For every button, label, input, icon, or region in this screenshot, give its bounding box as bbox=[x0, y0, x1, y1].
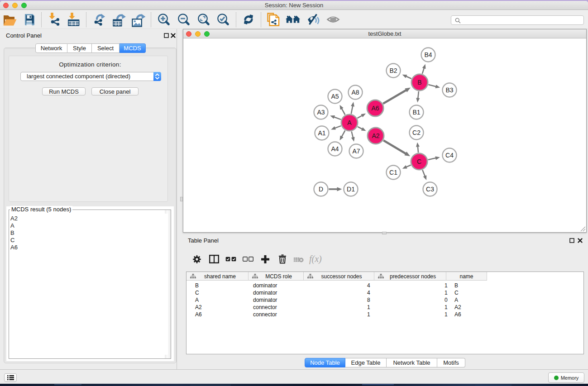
svg-text:A: A bbox=[347, 119, 352, 126]
svg-text:A8: A8 bbox=[351, 89, 359, 96]
svg-text:A3: A3 bbox=[317, 109, 325, 116]
svg-text:D: D bbox=[319, 186, 323, 193]
svg-text:C3: C3 bbox=[426, 186, 434, 193]
svg-text:C1: C1 bbox=[389, 169, 397, 176]
svg-text:A2: A2 bbox=[372, 132, 379, 139]
svg-text:A7: A7 bbox=[352, 148, 360, 155]
svg-text:C: C bbox=[417, 158, 421, 165]
svg-text:D1: D1 bbox=[347, 186, 355, 193]
svg-text:A1: A1 bbox=[318, 129, 325, 137]
svg-text:B: B bbox=[417, 79, 421, 86]
svg-text:B2: B2 bbox=[389, 67, 397, 74]
svg-text:C2: C2 bbox=[412, 129, 421, 136]
svg-text:C4: C4 bbox=[445, 152, 454, 159]
svg-text:B4: B4 bbox=[424, 51, 432, 58]
svg-text:B3: B3 bbox=[445, 86, 453, 94]
svg-text:A4: A4 bbox=[331, 145, 339, 152]
svg-text:A5: A5 bbox=[331, 93, 339, 100]
svg-text:B1: B1 bbox=[412, 109, 420, 116]
svg-text:A6: A6 bbox=[371, 105, 379, 112]
